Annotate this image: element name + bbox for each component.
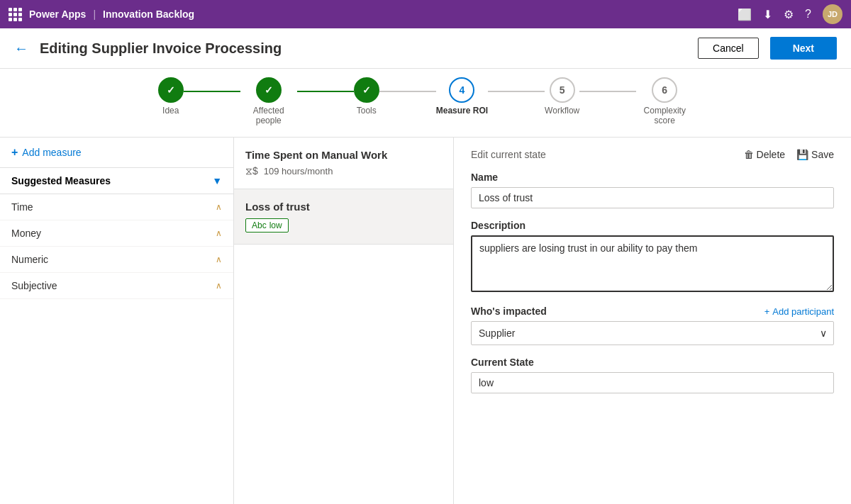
delete-button[interactable]: 🗑 Delete [744, 149, 785, 160]
main-content: + Add measure Suggested Measures ▼ Time … [0, 138, 851, 504]
category-subjective[interactable]: Subjective ∧ [0, 273, 233, 299]
step-circle-measure: 4 [449, 77, 474, 103]
description-field-group: Description [471, 220, 834, 294]
category-time[interactable]: Time ∧ [0, 194, 233, 220]
suggested-measures-title: Suggested Measures [11, 175, 111, 186]
help-icon[interactable]: ? [805, 8, 811, 21]
middle-panel: Time Spent on Manual Work ⧖$ 109 hours/m… [234, 138, 454, 504]
measure-card-time[interactable]: Time Spent on Manual Work ⧖$ 109 hours/m… [234, 138, 453, 189]
left-panel: + Add measure Suggested Measures ▼ Time … [0, 138, 234, 504]
step-label-idea: Idea [162, 106, 179, 116]
step-affected-people[interactable]: ✓ Affected people [240, 77, 297, 125]
chevron-money-icon: ∧ [216, 228, 222, 238]
download-icon[interactable]: ⬇ [763, 8, 772, 21]
category-money[interactable]: Money ∧ [0, 220, 233, 247]
step-tools[interactable]: ✓ Tools [354, 77, 379, 116]
current-state-group: Current State [471, 357, 834, 393]
current-state-label: Current State [471, 357, 834, 368]
apps-grid-icon[interactable] [9, 8, 22, 21]
chevron-subjective-icon: ∧ [216, 281, 222, 291]
step-label-workflow: Workflow [545, 106, 579, 116]
step-circle-tools: ✓ [354, 77, 379, 103]
category-money-label: Money [11, 228, 41, 239]
avatar[interactable]: JD [823, 4, 842, 24]
measure-time-meta: ⧖$ 109 hours/month [245, 165, 442, 177]
settings-icon[interactable]: ⚙ [784, 8, 794, 21]
category-numeric[interactable]: Numeric ∧ [0, 247, 233, 273]
steps-bar: ✓ Idea ✓ Affected people ✓ Tools 4 Measu… [0, 69, 851, 138]
step-workflow[interactable]: 5 Workflow [545, 77, 579, 116]
filter-icon[interactable]: ▼ [212, 175, 222, 186]
badge-label: low [269, 220, 282, 230]
measure-trust-badge: Abc low [245, 218, 289, 233]
project-name: Innovation Backlog [103, 9, 194, 20]
header-row: ← Editing Supplier Invoice Processing Ca… [0, 28, 851, 69]
whos-impacted-row: Who's impacted + Add participant [471, 306, 834, 317]
topbar: Power Apps | Innovation Backlog ⬜ ⬇ ⚙ ? … [0, 0, 851, 28]
measure-trust-title: Loss of trust [245, 201, 442, 213]
suggested-measures-header: Suggested Measures ▼ [0, 168, 233, 194]
cancel-button[interactable]: Cancel [698, 38, 759, 59]
measure-time-title: Time Spent on Manual Work [245, 149, 442, 161]
topbar-right: ⬜ ⬇ ⚙ ? JD [738, 4, 842, 24]
category-numeric-label: Numeric [11, 254, 48, 265]
edit-actions: 🗑 Delete 💾 Save [744, 149, 834, 160]
connector-5 [579, 91, 636, 92]
step-complexity[interactable]: 6 Complexity score [636, 77, 693, 125]
chevron-numeric-icon: ∧ [216, 254, 222, 264]
step-circle-complexity: 6 [652, 77, 677, 103]
page-title: Editing Supplier Invoice Processing [40, 40, 686, 57]
topbar-separator: | [93, 9, 96, 20]
step-label-tools: Tools [357, 106, 377, 116]
edit-header: Edit current state 🗑 Delete 💾 Save [471, 149, 834, 160]
add-participant-button[interactable]: + Add participant [764, 306, 834, 317]
measure-card-trust[interactable]: Loss of trust Abc low [234, 189, 453, 245]
supplier-select-wrapper: Supplier Customer Internal Other ∨ [471, 321, 834, 345]
category-time-label: Time [11, 201, 33, 213]
description-label: Description [471, 220, 834, 231]
whos-impacted-label: Who's impacted [471, 306, 547, 317]
app-name: Power Apps [29, 9, 86, 20]
measure-time-value: 109 hours/month [264, 166, 333, 177]
category-subjective-label: Subjective [11, 280, 57, 291]
whos-impacted-group: Who's impacted + Add participant Supplie… [471, 306, 834, 345]
right-panel: Edit current state 🗑 Delete 💾 Save Name … [454, 138, 851, 504]
badge-prefix: Abc [252, 220, 267, 230]
back-button[interactable]: ← [14, 40, 28, 57]
name-label: Name [471, 172, 834, 183]
name-input[interactable] [471, 187, 834, 208]
add-measure-row[interactable]: + Add measure [0, 138, 233, 168]
chevron-time-icon: ∧ [216, 202, 222, 212]
step-label-affected: Affected people [240, 106, 297, 125]
step-label-complexity: Complexity score [636, 106, 693, 125]
save-button[interactable]: 💾 Save [796, 149, 834, 160]
current-state-input[interactable] [471, 372, 834, 393]
description-textarea[interactable] [471, 235, 834, 292]
next-button[interactable]: Next [770, 37, 837, 60]
connector-3 [379, 91, 436, 92]
edit-current-state-label: Edit current state [471, 149, 546, 160]
connector-1 [184, 91, 240, 92]
step-circle-affected: ✓ [256, 77, 282, 103]
delete-icon: 🗑 [744, 149, 754, 160]
step-circle-idea: ✓ [158, 77, 184, 103]
time-icon: ⧖$ [245, 165, 258, 177]
add-measure-label: Add measure [22, 147, 81, 158]
screen-icon[interactable]: ⬜ [738, 8, 752, 21]
name-field-group: Name [471, 172, 834, 208]
add-measure-plus-icon: + [11, 146, 18, 159]
add-participant-plus-icon: + [764, 306, 770, 317]
step-label-measure: Measure ROI [436, 106, 488, 116]
connector-2 [297, 91, 354, 92]
connector-4 [488, 91, 545, 92]
step-circle-workflow: 5 [550, 77, 575, 103]
step-measure-roi[interactable]: 4 Measure ROI [436, 77, 488, 116]
supplier-select[interactable]: Supplier Customer Internal Other [471, 321, 834, 345]
save-icon: 💾 [796, 149, 808, 160]
step-idea[interactable]: ✓ Idea [158, 77, 184, 116]
